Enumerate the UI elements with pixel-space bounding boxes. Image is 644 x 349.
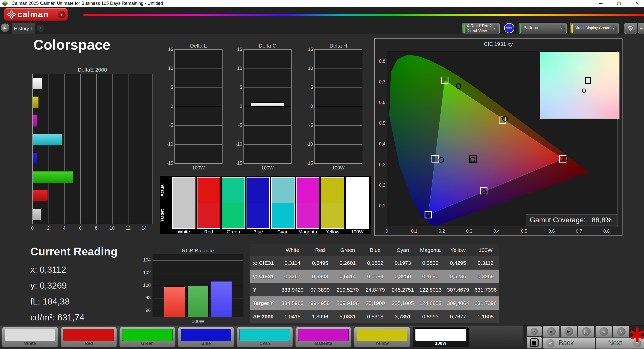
pattern-patch-red[interactable]: Red xyxy=(61,327,117,347)
swatch-stack xyxy=(222,177,245,229)
delta-y-tick: 0 xyxy=(164,104,173,109)
deltae-x-tick: 2 xyxy=(47,226,50,231)
delta-y-tick: 10 xyxy=(233,66,242,71)
pattern-patch-100w[interactable]: 100W xyxy=(413,327,469,347)
whitepoint-zoom-inset xyxy=(540,52,619,119)
meter-dropdown[interactable]: X-Rite i1Pro 2 Direct View ▼ xyxy=(462,23,500,34)
collapse-panel-left-icon[interactable]: ◀ xyxy=(638,23,644,34)
cie-x-tick: 0,8 xyxy=(603,229,610,234)
patch-label: Red xyxy=(61,341,117,346)
rainbow-stripe xyxy=(83,14,644,16)
rgb-bar-green xyxy=(187,286,209,317)
swatch-actual xyxy=(173,178,195,203)
rgb-bar-red xyxy=(164,287,185,317)
close-button[interactable]: × xyxy=(632,0,643,7)
delta-y-tick: 5 xyxy=(164,85,173,90)
rgb-y-tick: 98 xyxy=(141,295,151,300)
reading-y: y: 0,3269 xyxy=(30,280,118,291)
cie-y-tick: 0,7 xyxy=(376,79,385,85)
table-row-label: y: CIE31 xyxy=(250,270,279,283)
back-button[interactable]: « Back xyxy=(543,337,595,349)
delta-gridline xyxy=(175,88,222,88)
swatch-actual xyxy=(272,178,294,203)
tab-history-1[interactable]: History 1 xyxy=(12,23,35,34)
cie-x-tick: 0,4 xyxy=(494,229,500,234)
patch-label: 100W xyxy=(413,341,469,346)
delta-y-tick: -10 xyxy=(164,142,173,147)
pattern-patch-magenta[interactable]: Magenta xyxy=(295,327,351,347)
swatch-actual xyxy=(197,178,220,203)
gamut-coverage-value: 88,8% xyxy=(592,216,612,224)
app-icon xyxy=(3,1,8,6)
stop-button[interactable]: ■ xyxy=(543,326,560,337)
table-cell: 1,0418 xyxy=(279,310,306,323)
gear-icon[interactable]: ⚙ xyxy=(624,23,637,34)
patterns-dropdown[interactable]: Patterns ▼ xyxy=(519,23,567,34)
table-cell: 122,8013 xyxy=(417,283,444,296)
display-control-label: Direct Display Control xyxy=(574,26,611,30)
delta-gridline xyxy=(315,125,362,126)
pattern-patch-yellow[interactable]: Yellow xyxy=(354,327,410,347)
sidebar-toggle-play-icon[interactable]: ▶ xyxy=(1,24,9,32)
cie-y-tick: 0,4 xyxy=(376,141,385,147)
play-button[interactable]: ▶ xyxy=(561,326,577,337)
patch-label: Green xyxy=(120,341,175,346)
rgb-y-tick: 96 xyxy=(141,308,151,313)
patch-color-swatch xyxy=(357,329,407,341)
delta-y-tick: -5 xyxy=(164,123,173,128)
pattern-patch-green[interactable]: Green xyxy=(119,327,175,347)
rgb-balance-title: RGB Balance xyxy=(153,248,243,254)
loop-button[interactable]: ↻ xyxy=(613,326,629,337)
swatch-column-cyan: Cyan xyxy=(271,177,295,235)
calman-logo-button[interactable]: calman ▼ xyxy=(4,8,68,21)
display-control-chevron-down-icon[interactable]: ▼ xyxy=(610,25,617,32)
logo-menu-chevron-down-icon[interactable]: ▼ xyxy=(58,11,65,18)
delta-y-tick: -10 xyxy=(303,142,313,147)
table-cell: 0,5318 xyxy=(361,310,389,323)
patterns-status-bar xyxy=(520,24,521,33)
deltae-gridline xyxy=(80,74,81,224)
restore-button[interactable] xyxy=(614,0,625,7)
table-cell: 1,8996 xyxy=(306,310,334,323)
deltae-bar-magenta xyxy=(33,115,37,127)
pattern-patch-blue[interactable]: Blue xyxy=(178,327,234,347)
rgb-gridline xyxy=(153,260,243,261)
pattern-patch-white[interactable]: White xyxy=(2,327,58,347)
swatch-target xyxy=(197,203,220,228)
table-cell: 3,7351 xyxy=(389,310,417,323)
patterns-label: Patterns xyxy=(523,25,539,30)
pattern-patch-cyan[interactable]: Cyan xyxy=(237,327,293,347)
rgb-bar-blue xyxy=(211,281,232,317)
add-tab-button[interactable]: + xyxy=(37,24,45,32)
meter-reading-badge[interactable]: 233 xyxy=(504,23,514,33)
table-cell: 124,6858 xyxy=(417,296,444,310)
window-frame-icon xyxy=(530,338,539,347)
table-header-white: White xyxy=(279,244,306,256)
expand-up-button[interactable]: ▲ xyxy=(527,326,542,336)
table-cell: 307,4679 xyxy=(444,283,472,296)
swatch-column-blue: Blue xyxy=(247,177,270,235)
cie-y-tick: 0,2 xyxy=(376,183,385,188)
meter-mode: Direct View xyxy=(467,29,487,33)
back-button-label: Back xyxy=(559,339,574,347)
app-chrome-bar: calman ▼ xyxy=(0,7,644,22)
pattern-window-button[interactable]: [··] xyxy=(578,326,594,337)
table-cell: 5,0881 xyxy=(334,310,361,323)
minimize-button[interactable] xyxy=(595,0,606,7)
patterns-chevron-down-icon[interactable]: ▼ xyxy=(558,25,565,32)
continuous-button[interactable]: ∞ xyxy=(595,326,612,337)
table-row-label: ΔE 2000 xyxy=(250,310,279,323)
meter-chevron-down-icon[interactable]: ▼ xyxy=(491,25,498,32)
actual-row-label: Actual xyxy=(160,177,171,203)
table-header-green: Green xyxy=(334,244,361,256)
table-cell: 334,5963 xyxy=(279,296,306,310)
table-cell: 0,7677 xyxy=(444,310,472,323)
delta-y-tick: -15 xyxy=(164,161,173,166)
display-control-status-bar xyxy=(571,24,573,33)
display-control-dropdown[interactable]: Direct Display Control ▼ xyxy=(570,23,619,34)
measurement-table: WhiteRedGreenBlueCyanMagentaYellow100Wx:… xyxy=(250,244,499,323)
swatch-stack xyxy=(321,177,344,229)
deltae-bar-white xyxy=(33,209,41,220)
reading-cdm2: cd/m²: 631,74 xyxy=(30,312,118,322)
pattern-window-button[interactable] xyxy=(527,337,542,348)
